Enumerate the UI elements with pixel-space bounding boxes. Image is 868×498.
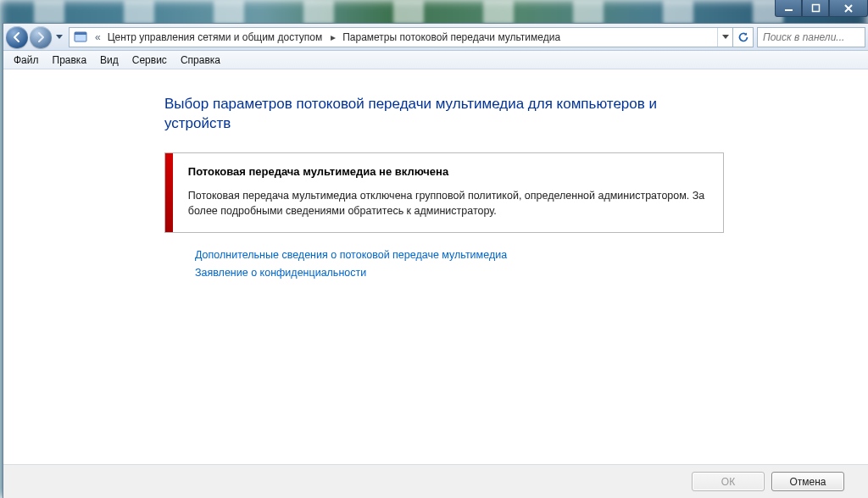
back-button[interactable] <box>6 26 28 48</box>
breadcrumb-seg-network-center[interactable]: Центр управления сетями и общим доступом <box>104 28 328 47</box>
navigation-bar: « Центр управления сетями и общим доступ… <box>3 24 868 51</box>
menu-help[interactable]: Справка <box>174 53 227 68</box>
alert-body-text: Потоковая передача мультимедиа отключена… <box>188 188 708 219</box>
search-box[interactable] <box>757 27 865 47</box>
breadcrumb-seg-media-streaming[interactable]: Параметры потоковой передачи мультимедиа <box>339 28 565 47</box>
nav-history-dropdown[interactable] <box>53 26 65 48</box>
menu-tools[interactable]: Сервис <box>125 53 174 68</box>
alert-heading: Потоковая передача мультимедиа не включе… <box>188 165 708 178</box>
alert-severity-stripe <box>165 153 173 232</box>
menu-bar: Файл Правка Вид Сервис Справка <box>3 51 868 69</box>
link-more-info[interactable]: Дополнительные сведения о потоковой пере… <box>195 246 724 264</box>
maximize-button[interactable] <box>802 0 829 17</box>
svg-rect-1 <box>812 5 819 12</box>
svg-rect-3 <box>75 32 86 35</box>
minimize-button[interactable] <box>775 0 802 17</box>
search-input[interactable] <box>758 31 868 43</box>
content-area: Выбор параметров потоковой передачи муль… <box>3 69 868 464</box>
address-bar[interactable]: « Центр управления сетями и общим доступ… <box>69 27 733 47</box>
menu-view[interactable]: Вид <box>93 53 125 68</box>
breadcrumb-overflow-icon[interactable]: « <box>92 31 104 43</box>
close-button[interactable] <box>829 0 868 17</box>
forward-button[interactable] <box>30 26 52 48</box>
control-panel-icon <box>71 28 90 47</box>
ok-button: ОК <box>692 472 765 491</box>
alert-box: Потоковая передача мультимедиа не включе… <box>164 152 724 233</box>
page-title: Выбор параметров потоковой передачи муль… <box>164 95 724 134</box>
cancel-button[interactable]: Отмена <box>771 472 844 491</box>
footer-bar: ОК Отмена <box>3 464 868 498</box>
address-dropdown[interactable] <box>717 28 732 47</box>
menu-edit[interactable]: Правка <box>46 53 94 68</box>
link-privacy[interactable]: Заявление о конфиденциальности <box>195 264 724 282</box>
help-links: Дополнительные сведения о потоковой пере… <box>164 246 724 283</box>
refresh-button[interactable] <box>733 27 754 47</box>
window-caption-buttons <box>775 0 868 19</box>
breadcrumb-separator-icon[interactable]: ▸ <box>327 31 339 43</box>
explorer-window: « Центр управления сетями и общим доступ… <box>3 23 868 498</box>
menu-file[interactable]: Файл <box>7 53 46 68</box>
desktop-icons-blur <box>0 0 868 25</box>
